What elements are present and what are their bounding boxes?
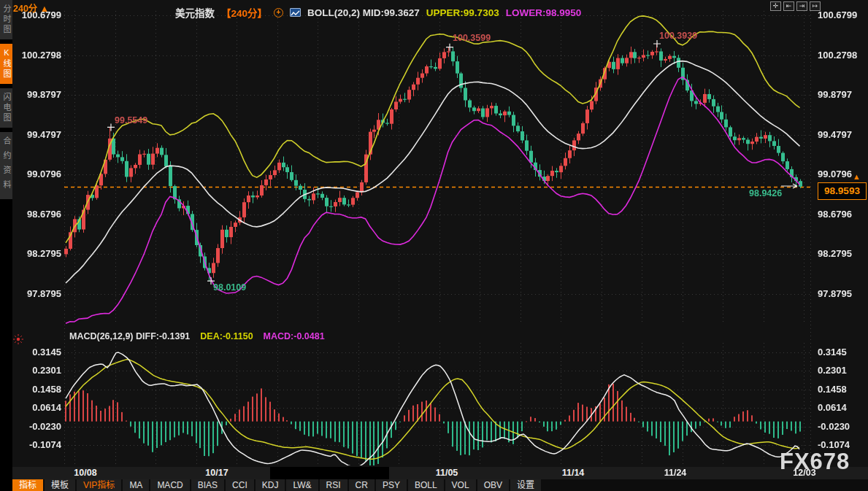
boll-lower-readout: LOWER:98.9950 (506, 7, 582, 18)
x-axis-date-label: 10/08 (74, 468, 96, 478)
sidebar-tab-contract-info[interactable]: 合约资料 (0, 132, 12, 199)
main-y-tick-right: 99.8797 (818, 89, 852, 100)
toolbar-item-cn[interactable]: 模板 (45, 479, 75, 491)
sidebar-tab-kline[interactable]: K线图 (0, 44, 12, 84)
toolbar-item-BIAS[interactable]: BIAS (191, 479, 224, 491)
toolbar-item-MACD[interactable]: MACD (150, 479, 189, 491)
price-annotation: 98.9426 (749, 188, 782, 198)
boll-upper-readout: UPPER:99.7303 (426, 7, 499, 18)
toolbar-item-MA[interactable]: MA (123, 479, 149, 491)
price-annotation: 98.0109 (213, 282, 246, 293)
boll-mid-readout: BOLL(20,2) MID:99.3627 (307, 7, 420, 18)
add-indicator-icon[interactable]: + (274, 8, 283, 18)
toolbar-item-CR[interactable]: CR (349, 479, 375, 491)
x-axis-date-label: 11/05 (436, 468, 458, 478)
macd-dea-readout: DEA:-0.1150 (200, 331, 253, 341)
main-y-tick-right: 98.6796 (818, 209, 852, 220)
toolbar-item-cn[interactable]: 指标 (12, 479, 43, 491)
period-chip[interactable]: 240分 ▲ (13, 1, 49, 15)
main-y-tick-right: 100.2798 (818, 50, 857, 61)
horizontal-scrollbar-thumb[interactable] (270, 467, 389, 479)
main-y-tick-right: 98.2795 (818, 248, 852, 259)
mini-chart-icon (290, 8, 301, 17)
chart-control-buttons: ✛ ⇤ ⇥ ↦ (770, 1, 821, 11)
exit-right-icon[interactable]: ↦ (810, 1, 821, 11)
main-y-tick-right: 100.6799 (818, 9, 857, 20)
macd-y-tick-right: 0.0614 (818, 402, 847, 413)
axis-left-icon[interactable]: ⇤ (783, 1, 794, 11)
price-annotation: 99.5549 (115, 115, 147, 125)
macd-y-tick-right: -0.0230 (818, 421, 850, 432)
symbol-title: 美元指数 (175, 5, 215, 20)
macd-value-readout: MACD:-0.0481 (264, 331, 325, 341)
main-y-tick-right: 99.4797 (818, 129, 852, 140)
macd-header: MACD(26,12,9) DIFF:-0.1391 DEA:-0.1150 M… (69, 331, 325, 341)
toolbar-item-VIP[interactable]: VIP指标 (77, 479, 121, 491)
macd-diff-readout: MACD(26,12,9) DIFF:-0.1391 (69, 331, 190, 341)
main-y-tick-right: 97.8795 (818, 288, 852, 299)
toolbar-item-VOL[interactable]: VOL (445, 479, 476, 491)
sidebar-tab-timeline[interactable]: 分时图 (0, 0, 12, 39)
indicator-settings-icon[interactable] (12, 333, 24, 348)
indicator-toolbar: 指标模板VIP指标MAMACDBIASCCIKDJLW&RSICRPSYBOLL… (12, 479, 868, 491)
macd-y-tick-right: 0.2301 (818, 365, 847, 376)
macd-y-tick-right: 0.1458 (818, 384, 847, 395)
x-axis-date-label: 11/24 (664, 468, 687, 478)
toolbar-item-RSI[interactable]: RSI (320, 479, 347, 491)
axis-right-icon[interactable]: ⇥ (796, 1, 807, 11)
chart-header: 美元指数 【240分】 + BOLL(20,2) MID:99.3627 UPP… (175, 5, 581, 20)
toolbar-item-cn[interactable]: 设置 (510, 479, 541, 491)
current-price-box: 98.9593 (818, 182, 867, 200)
chart-type-sidebar: 分时图 K线图 闪电图 合约资料 (0, 0, 12, 491)
price-macd-chart-canvas[interactable] (0, 0, 868, 491)
main-y-tick-right: 99.0796 (818, 169, 852, 179)
chart-app: 分时图 K线图 闪电图 合约资料 美元指数 【240分】 + BOLL(20,2… (0, 0, 868, 491)
price-up-arrow-icon: ▲ (853, 172, 861, 181)
x-axis-date-label: 11/14 (562, 468, 585, 478)
toolbar-item-OBV[interactable]: OBV (477, 479, 509, 491)
x-axis-date-label: 12/03 (793, 468, 815, 478)
toolbar-item-CCI[interactable]: CCI (226, 479, 254, 491)
toolbar-item-LW[interactable]: LW& (286, 479, 318, 491)
toolbar-item-KDJ[interactable]: KDJ (256, 479, 285, 491)
period-label: 【240分】 (221, 5, 267, 20)
macd-y-tick-right: 0.3145 (818, 347, 847, 357)
sidebar-tab-lightning[interactable]: 闪电图 (0, 88, 12, 128)
price-annotation: 100.3599 (453, 33, 491, 43)
toolbar-item-BOLL[interactable]: BOLL (408, 479, 444, 491)
toolbar-item-PSY[interactable]: PSY (376, 479, 407, 491)
x-axis-date-label: 10/17 (205, 468, 228, 478)
crosshair-icon[interactable]: ✛ (770, 1, 781, 11)
price-annotation: 100.3939 (659, 31, 697, 41)
